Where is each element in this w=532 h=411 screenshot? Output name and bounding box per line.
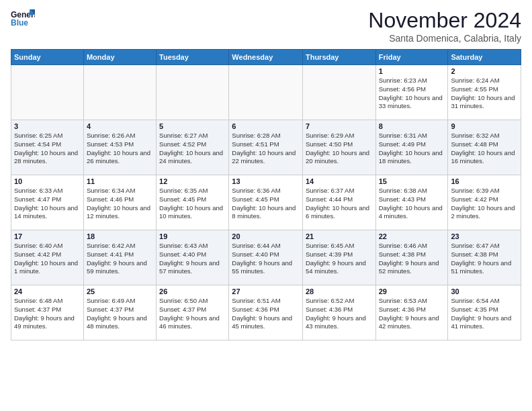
- day-info: Sunrise: 6:40 AM Sunset: 4:42 PM Dayligh…: [14, 242, 81, 276]
- calendar: Sunday Monday Tuesday Wednesday Thursday…: [11, 49, 521, 340]
- calendar-cell: 9Sunrise: 6:32 AM Sunset: 4:48 PM Daylig…: [448, 120, 521, 175]
- day-number: 21: [306, 232, 373, 240]
- day-number: 2: [451, 67, 518, 75]
- day-info: Sunrise: 6:33 AM Sunset: 4:47 PM Dayligh…: [14, 187, 81, 221]
- day-info: Sunrise: 6:49 AM Sunset: 4:37 PM Dayligh…: [87, 297, 153, 331]
- day-info: Sunrise: 6:23 AM Sunset: 4:56 PM Dayligh…: [379, 77, 445, 111]
- day-number: 27: [232, 287, 300, 295]
- day-number: 19: [159, 232, 226, 240]
- calendar-cell: 16Sunrise: 6:39 AM Sunset: 4:42 PM Dayli…: [448, 175, 521, 230]
- day-number: 18: [87, 232, 153, 240]
- day-info: Sunrise: 6:27 AM Sunset: 4:52 PM Dayligh…: [159, 132, 226, 166]
- day-info: Sunrise: 6:25 AM Sunset: 4:54 PM Dayligh…: [14, 132, 81, 166]
- calendar-cell: 28Sunrise: 6:52 AM Sunset: 4:36 PM Dayli…: [302, 285, 375, 340]
- day-info: Sunrise: 6:53 AM Sunset: 4:36 PM Dayligh…: [379, 297, 445, 331]
- day-number: 4: [87, 122, 153, 130]
- day-number: 9: [451, 122, 518, 130]
- day-number: 7: [306, 122, 373, 130]
- calendar-cell: 22Sunrise: 6:46 AM Sunset: 4:38 PM Dayli…: [375, 230, 448, 285]
- day-number: 29: [379, 287, 445, 295]
- day-info: Sunrise: 6:34 AM Sunset: 4:46 PM Dayligh…: [87, 187, 153, 221]
- calendar-cell: 3Sunrise: 6:25 AM Sunset: 4:54 PM Daylig…: [11, 120, 84, 175]
- week-row-3: 17Sunrise: 6:40 AM Sunset: 4:42 PM Dayli…: [11, 230, 521, 285]
- calendar-cell: 17Sunrise: 6:40 AM Sunset: 4:42 PM Dayli…: [11, 230, 84, 285]
- day-number: 13: [232, 177, 300, 185]
- col-tuesday: Tuesday: [157, 50, 229, 65]
- calendar-cell: 11Sunrise: 6:34 AM Sunset: 4:46 PM Dayli…: [83, 175, 156, 230]
- logo: General Blue: [11, 8, 35, 28]
- day-number: 15: [379, 177, 445, 185]
- calendar-cell: 8Sunrise: 6:31 AM Sunset: 4:49 PM Daylig…: [375, 120, 448, 175]
- day-number: 8: [379, 122, 445, 130]
- col-friday: Friday: [375, 50, 448, 65]
- day-info: Sunrise: 6:45 AM Sunset: 4:39 PM Dayligh…: [306, 242, 373, 276]
- calendar-cell: 12Sunrise: 6:35 AM Sunset: 4:45 PM Dayli…: [157, 175, 229, 230]
- week-row-0: 1Sunrise: 6:23 AM Sunset: 4:56 PM Daylig…: [11, 65, 521, 120]
- week-row-4: 24Sunrise: 6:48 AM Sunset: 4:37 PM Dayli…: [11, 285, 521, 340]
- svg-text:Blue: Blue: [11, 18, 28, 28]
- calendar-cell: 29Sunrise: 6:53 AM Sunset: 4:36 PM Dayli…: [375, 285, 448, 340]
- calendar-cell: 23Sunrise: 6:47 AM Sunset: 4:38 PM Dayli…: [448, 230, 521, 285]
- day-number: 22: [379, 232, 445, 240]
- calendar-cell: 4Sunrise: 6:26 AM Sunset: 4:53 PM Daylig…: [83, 120, 156, 175]
- calendar-cell: 18Sunrise: 6:42 AM Sunset: 4:41 PM Dayli…: [83, 230, 156, 285]
- day-number: 12: [159, 177, 226, 185]
- calendar-cell: 19Sunrise: 6:43 AM Sunset: 4:40 PM Dayli…: [157, 230, 229, 285]
- calendar-cell: 24Sunrise: 6:48 AM Sunset: 4:37 PM Dayli…: [11, 285, 84, 340]
- day-number: 16: [451, 177, 518, 185]
- calendar-cell: 25Sunrise: 6:49 AM Sunset: 4:37 PM Dayli…: [83, 285, 156, 340]
- day-info: Sunrise: 6:32 AM Sunset: 4:48 PM Dayligh…: [451, 132, 518, 166]
- calendar-cell: 1Sunrise: 6:23 AM Sunset: 4:56 PM Daylig…: [375, 65, 448, 120]
- day-info: Sunrise: 6:38 AM Sunset: 4:43 PM Dayligh…: [379, 187, 445, 221]
- day-info: Sunrise: 6:24 AM Sunset: 4:55 PM Dayligh…: [451, 77, 518, 111]
- calendar-cell: 20Sunrise: 6:44 AM Sunset: 4:40 PM Dayli…: [229, 230, 303, 285]
- day-number: 24: [14, 287, 81, 295]
- header: General Blue November 2024 Santa Domenic…: [11, 8, 521, 44]
- day-number: 1: [379, 67, 445, 75]
- day-info: Sunrise: 6:37 AM Sunset: 4:44 PM Dayligh…: [306, 187, 373, 221]
- col-saturday: Saturday: [448, 50, 521, 65]
- day-info: Sunrise: 6:42 AM Sunset: 4:41 PM Dayligh…: [87, 242, 153, 276]
- location: Santa Domenica, Calabria, Italy: [368, 33, 521, 44]
- day-info: Sunrise: 6:46 AM Sunset: 4:38 PM Dayligh…: [379, 242, 445, 276]
- day-number: 17: [14, 232, 81, 240]
- day-info: Sunrise: 6:43 AM Sunset: 4:40 PM Dayligh…: [159, 242, 226, 276]
- calendar-cell: [157, 65, 229, 120]
- day-info: Sunrise: 6:26 AM Sunset: 4:53 PM Dayligh…: [87, 132, 153, 166]
- day-number: 10: [14, 177, 81, 185]
- day-info: Sunrise: 6:44 AM Sunset: 4:40 PM Dayligh…: [232, 242, 300, 276]
- day-number: 26: [159, 287, 226, 295]
- col-monday: Monday: [83, 50, 156, 65]
- col-sunday: Sunday: [11, 50, 84, 65]
- day-number: 11: [87, 177, 153, 185]
- calendar-cell: 27Sunrise: 6:51 AM Sunset: 4:36 PM Dayli…: [229, 285, 303, 340]
- calendar-cell: 13Sunrise: 6:36 AM Sunset: 4:45 PM Dayli…: [229, 175, 303, 230]
- calendar-cell: 10Sunrise: 6:33 AM Sunset: 4:47 PM Dayli…: [11, 175, 84, 230]
- day-number: 23: [451, 232, 518, 240]
- col-thursday: Thursday: [302, 50, 375, 65]
- day-info: Sunrise: 6:31 AM Sunset: 4:49 PM Dayligh…: [379, 132, 445, 166]
- calendar-cell: [11, 65, 84, 120]
- col-wednesday: Wednesday: [229, 50, 303, 65]
- day-info: Sunrise: 6:28 AM Sunset: 4:51 PM Dayligh…: [232, 132, 300, 166]
- calendar-cell: 30Sunrise: 6:54 AM Sunset: 4:35 PM Dayli…: [448, 285, 521, 340]
- day-info: Sunrise: 6:52 AM Sunset: 4:36 PM Dayligh…: [306, 297, 373, 331]
- calendar-cell: 2Sunrise: 6:24 AM Sunset: 4:55 PM Daylig…: [448, 65, 521, 120]
- day-number: 5: [159, 122, 226, 130]
- title-section: November 2024 Santa Domenica, Calabria, …: [368, 8, 521, 44]
- day-number: 14: [306, 177, 373, 185]
- day-info: Sunrise: 6:51 AM Sunset: 4:36 PM Dayligh…: [232, 297, 300, 331]
- month-title: November 2024: [368, 8, 521, 33]
- day-number: 25: [87, 287, 153, 295]
- calendar-cell: 14Sunrise: 6:37 AM Sunset: 4:44 PM Dayli…: [302, 175, 375, 230]
- calendar-cell: 7Sunrise: 6:29 AM Sunset: 4:50 PM Daylig…: [302, 120, 375, 175]
- calendar-cell: [302, 65, 375, 120]
- calendar-cell: 6Sunrise: 6:28 AM Sunset: 4:51 PM Daylig…: [229, 120, 303, 175]
- day-info: Sunrise: 6:50 AM Sunset: 4:37 PM Dayligh…: [159, 297, 226, 331]
- calendar-cell: 26Sunrise: 6:50 AM Sunset: 4:37 PM Dayli…: [157, 285, 229, 340]
- calendar-cell: 21Sunrise: 6:45 AM Sunset: 4:39 PM Dayli…: [302, 230, 375, 285]
- day-number: 28: [306, 287, 373, 295]
- calendar-cell: 5Sunrise: 6:27 AM Sunset: 4:52 PM Daylig…: [157, 120, 229, 175]
- page: General Blue November 2024 Santa Domenic…: [0, 0, 532, 411]
- week-row-2: 10Sunrise: 6:33 AM Sunset: 4:47 PM Dayli…: [11, 175, 521, 230]
